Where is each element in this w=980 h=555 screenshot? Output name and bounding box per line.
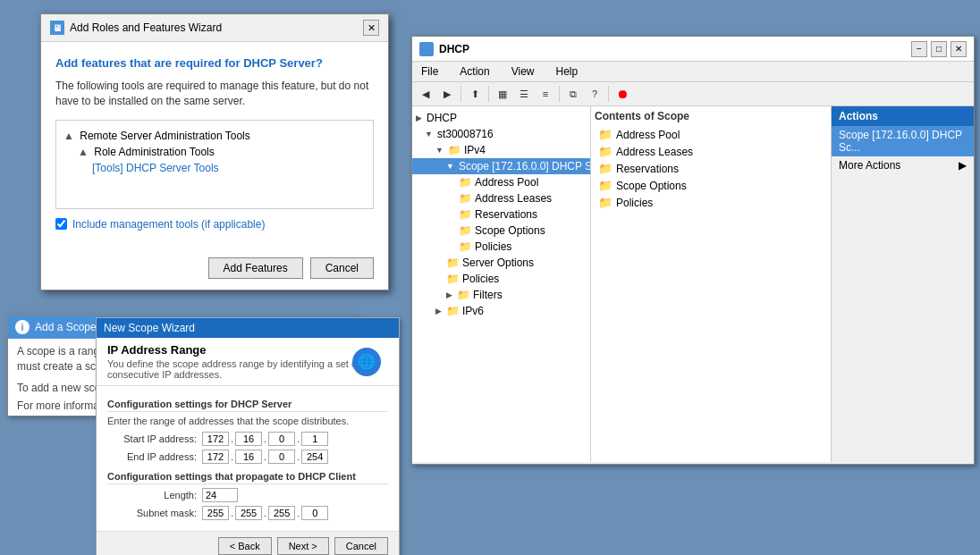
tree-label-server: st30008716 <box>437 128 494 140</box>
management-tools-checkbox[interactable] <box>55 218 67 230</box>
folder-icon-policies2: 📁 <box>446 273 460 285</box>
tb-show-hide[interactable]: ▦ <box>493 84 512 104</box>
tb-detail[interactable]: ≡ <box>536 84 555 104</box>
folder-icon-scope-options: 📁 <box>459 224 472 237</box>
contents-item-scope-options[interactable]: 📁 Scope Options <box>595 177 827 194</box>
wizard-next-button[interactable]: Next > <box>277 537 329 555</box>
start-ip-d[interactable] <box>301 432 328 446</box>
wizard-back-button[interactable]: < Back <box>218 537 272 555</box>
contents-label-5: Policies <box>616 197 653 209</box>
tree-item-ipv4[interactable]: ▼ 📁 IPv4 <box>412 142 590 158</box>
subnet-b[interactable] <box>235 506 262 520</box>
scope-section1-label: Configuration settings for DHCP Server <box>107 399 388 412</box>
tree-item-policies2[interactable]: 📁 Policies <box>412 271 590 287</box>
tree-item-policies[interactable]: 📁 Policies <box>412 239 590 255</box>
subnet-c[interactable] <box>268 506 295 520</box>
menu-file[interactable]: File <box>416 63 444 80</box>
scope-wizard-header-inner: IP Address Range You define the scope ad… <box>107 343 388 380</box>
tree-item-server-options[interactable]: 📁 Server Options <box>412 255 590 271</box>
subnet-d[interactable] <box>301 506 328 520</box>
start-ip-a[interactable] <box>202 432 229 446</box>
actions-header: Actions <box>832 106 974 126</box>
tb-back[interactable]: ◀ <box>416 84 435 104</box>
subnet-a[interactable] <box>202 506 229 520</box>
length-label: Length: <box>107 490 197 500</box>
end-ip-d[interactable] <box>301 450 328 464</box>
tb-forward[interactable]: ▶ <box>437 84 457 104</box>
tree-item-scope-options[interactable]: 📁 Scope Options <box>412 223 590 239</box>
contents-label-2: Address Leases <box>616 146 693 158</box>
scope-enter-range: Enter the range of addresses that the sc… <box>107 416 388 426</box>
tb-stop[interactable]: ⏺ <box>612 84 632 104</box>
feature-arrow-1: ▲ <box>78 146 89 158</box>
feature-arrow-0: ▲ <box>63 130 74 142</box>
globe-icon: 🌐 <box>352 348 381 376</box>
subnet-label: Subnet mask: <box>107 508 197 518</box>
end-ip-c[interactable] <box>268 450 295 464</box>
checkbox-row: Include management tools (if applicable) <box>55 218 374 231</box>
checkbox-label: Include management tools (if applicable) <box>72 218 265 231</box>
contents-item-reservations[interactable]: 📁 Reservations <box>595 160 827 177</box>
dialog-title-label: Add Roles and Features Wizard <box>70 21 222 34</box>
menu-help[interactable]: Help <box>551 63 584 80</box>
restore-button[interactable]: □ <box>931 41 947 57</box>
dhcp-title-group: DHCP <box>419 42 469 56</box>
arrow-icon-scope: ▼ <box>446 162 454 171</box>
tree-item-scope[interactable]: ▼ Scope [172.16.0.0] DHCP Scope <box>412 158 590 174</box>
folder-icon-ipv4: 📁 <box>448 144 461 156</box>
cancel-button[interactable]: Cancel <box>310 257 374 279</box>
dhcp-window: DHCP − □ ✕ File Action View Help ◀ ▶ ⬆ ▦… <box>411 36 975 465</box>
tree-label-policies2: Policies <box>462 273 499 285</box>
subnet-fields: . . . <box>202 506 328 520</box>
arrow-icon-ipv4: ▼ <box>435 146 444 155</box>
minimize-button[interactable]: − <box>911 41 927 57</box>
ip-sep-6: . <box>297 451 300 462</box>
tree-label-ipv6: IPv6 <box>462 305 484 317</box>
tb-new-window[interactable]: ⧉ <box>563 84 583 104</box>
scope-wizard-titlebar: New Scope Wizard <box>97 318 399 338</box>
tb-list[interactable]: ☰ <box>514 84 534 104</box>
add-scope-title-label: Add a Scope <box>35 321 97 333</box>
dialog-close-button[interactable]: ✕ <box>363 20 379 36</box>
dialog-description: The following tools are required to mana… <box>55 79 374 109</box>
length-input[interactable] <box>202 488 238 502</box>
checkbox-text: Include management tools (if applicable) <box>72 218 265 231</box>
tree-label-reservations: Reservations <box>475 208 537 221</box>
tree-item-ipv6[interactable]: ▶ 📁 IPv6 <box>412 303 590 319</box>
tree-label-dhcp: DHCP <box>427 112 457 124</box>
menu-view[interactable]: View <box>506 63 540 80</box>
tb-sep3 <box>559 86 560 102</box>
dialog-titlebar: 🖥 Add Roles and Features Wizard ✕ <box>41 14 388 42</box>
tree-item-addr-pool[interactable]: 📁 Address Pool <box>412 174 590 190</box>
wizard-cancel-button[interactable]: Cancel <box>334 537 388 555</box>
scope-wizard-page-title: IP Address Range <box>107 343 388 357</box>
tree-item-dhcp[interactable]: ▶ DHCP <box>412 110 590 126</box>
start-ip-b[interactable] <box>235 432 262 446</box>
contents-item-addr-leases[interactable]: 📁 Address Leases <box>595 143 827 160</box>
tb-help[interactable]: ? <box>585 84 604 104</box>
add-features-button[interactable]: Add Features <box>208 257 303 279</box>
more-actions-item[interactable]: More Actions ▶ <box>832 156 974 174</box>
contents-item-addr-pool[interactable]: 📁 Address Pool <box>595 126 827 143</box>
contents-folder-icon-3: 📁 <box>598 162 612 175</box>
dhcp-window-title: DHCP <box>439 43 469 55</box>
tree-item-reservations[interactable]: 📁 Reservations <box>412 206 590 223</box>
tree-item-filters[interactable]: ▶ 📁 Filters <box>412 287 590 303</box>
menu-action[interactable]: Action <box>454 63 494 80</box>
contents-item-policies[interactable]: 📁 Policies <box>595 194 827 211</box>
contents-header: Contents of Scope <box>595 110 827 122</box>
start-ip-c[interactable] <box>268 432 295 446</box>
end-ip-b[interactable] <box>235 450 262 464</box>
start-ip-row: Start IP address: . . . <box>107 432 388 446</box>
action-scope-item[interactable]: Scope [172.16.0.0] DHCP Sc... <box>832 126 974 156</box>
ip-sep-5: . <box>264 451 266 462</box>
end-ip-a[interactable] <box>202 450 229 464</box>
folder-icon-server-options: 📁 <box>446 256 460 269</box>
tree-item-server[interactable]: ▼ st30008716 <box>412 126 590 142</box>
tb-up[interactable]: ⬆ <box>465 84 485 104</box>
tb-sep4 <box>608 86 609 102</box>
contents-label-4: Scope Options <box>616 180 687 192</box>
tree-item-addr-leases[interactable]: 📁 Address Leases <box>412 190 590 206</box>
feature-label-2: [Tools] DHCP Server Tools <box>92 162 219 174</box>
close-button[interactable]: ✕ <box>950 41 967 57</box>
